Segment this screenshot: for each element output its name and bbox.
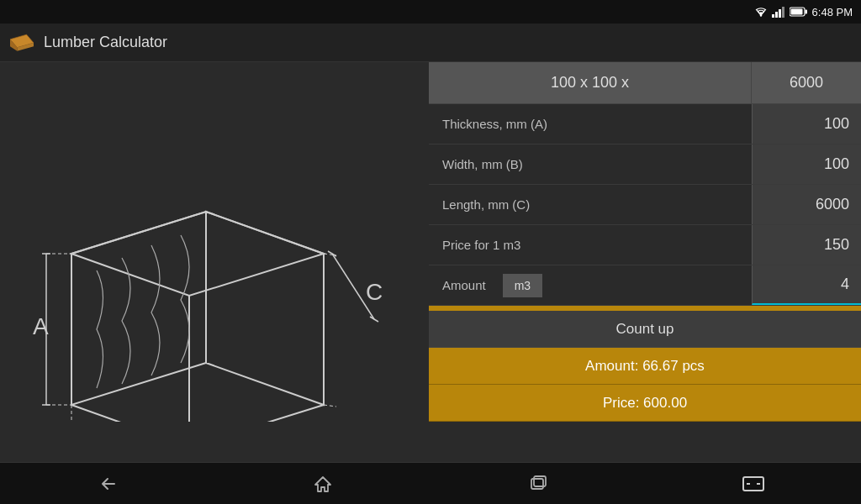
thickness-label: Thickness, mm (A)	[429, 117, 752, 131]
amount-unit-button[interactable]: m3	[503, 274, 542, 297]
back-icon	[98, 474, 118, 494]
price-value[interactable]: 150	[752, 225, 861, 265]
svg-rect-7	[790, 9, 802, 15]
width-label: Width, mm (B)	[429, 157, 752, 171]
calc-panel: 100 x 100 x 6000 Thickness, mm (A) 100 W…	[429, 62, 861, 462]
recent-button[interactable]	[513, 467, 563, 501]
app-icon	[10, 34, 34, 52]
result-amount: Amount: 66.67 pcs	[429, 348, 861, 385]
screen-button[interactable]	[728, 467, 779, 501]
svg-rect-38	[743, 477, 763, 491]
svg-rect-4	[782, 7, 784, 18]
svg-point-0	[759, 14, 761, 16]
main-content: A B C 100 x 100 x 6000 Thickness, mm (A)	[0, 62, 861, 462]
svg-line-30	[328, 251, 336, 256]
screen-icon	[742, 476, 764, 491]
svg-rect-37	[534, 476, 546, 486]
app-title: Lumber Calculator	[44, 34, 167, 51]
status-icons: 6:48 PM	[754, 6, 853, 18]
width-value[interactable]: 100	[752, 144, 861, 184]
back-button[interactable]	[82, 467, 133, 501]
amount-value[interactable]: 4	[752, 265, 861, 305]
status-bar: 6:48 PM	[0, 0, 861, 24]
wifi-icon	[754, 7, 768, 17]
amount-label: Amount	[429, 278, 499, 292]
length-row: Length, mm (C) 6000	[429, 185, 861, 225]
svg-line-15	[189, 405, 324, 422]
home-button[interactable]	[298, 467, 348, 501]
status-time: 6:48 PM	[812, 6, 853, 18]
amount-row: Amount m3 4	[429, 265, 861, 306]
price-row: Price for 1 m3 150	[429, 225, 861, 265]
svg-rect-3	[779, 9, 781, 18]
svg-marker-13	[206, 212, 324, 405]
svg-rect-6	[805, 10, 807, 14]
home-icon	[314, 475, 332, 493]
count-up-button[interactable]: Count up	[429, 311, 861, 348]
svg-marker-11	[71, 212, 206, 405]
svg-marker-35	[315, 477, 330, 491]
signal-icon	[772, 7, 785, 18]
dimension-display[interactable]: 100 x 100 x	[429, 62, 752, 103]
diagram-panel: A B C	[0, 62, 429, 462]
battery-icon	[790, 7, 808, 17]
lumber-diagram: A B C	[21, 102, 408, 422]
recent-icon	[529, 475, 547, 493]
price-label: Price for 1 m3	[429, 238, 752, 252]
svg-line-31	[370, 317, 378, 322]
svg-marker-12	[71, 212, 324, 296]
svg-text:C: C	[366, 279, 383, 305]
width-row: Width, mm (B) 100	[429, 144, 861, 185]
svg-text:A: A	[33, 313, 49, 339]
top-input-row: 100 x 100 x 6000	[429, 62, 861, 104]
length-display[interactable]: 6000	[752, 62, 861, 103]
title-bar: Lumber Calculator	[0, 24, 861, 62]
length-label: Length, mm (C)	[429, 197, 752, 212]
result-price: Price: 600.00	[429, 385, 861, 422]
svg-rect-36	[531, 479, 543, 489]
svg-rect-1	[772, 14, 774, 18]
length-value[interactable]: 6000	[752, 185, 861, 224]
svg-line-33	[324, 405, 336, 407]
svg-rect-2	[775, 12, 778, 18]
svg-line-14	[71, 405, 189, 422]
bottom-nav	[0, 462, 861, 504]
thickness-value[interactable]: 100	[752, 104, 861, 144]
thickness-row: Thickness, mm (A) 100	[429, 104, 861, 144]
